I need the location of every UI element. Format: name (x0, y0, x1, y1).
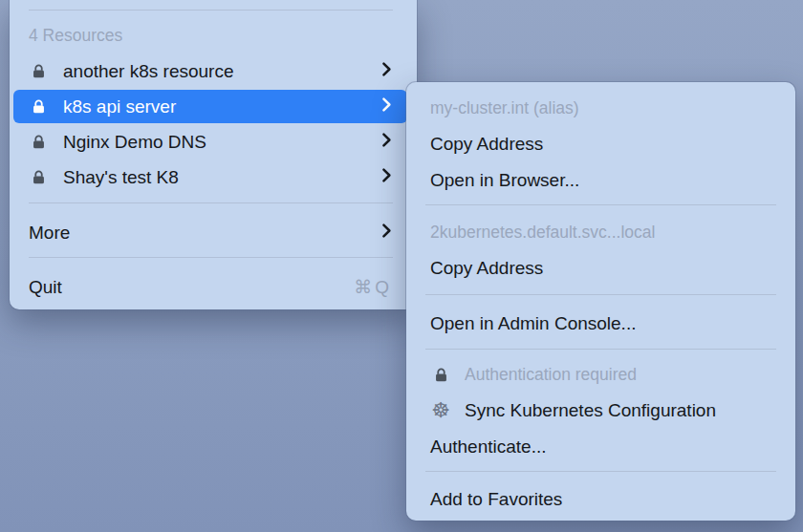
menu-item-another-k8s-resource[interactable]: another k8s resource (10, 53, 417, 89)
chevron-right-icon (381, 61, 392, 82)
menu-item-open-in-browser[interactable]: Open in Browser... (406, 162, 795, 199)
menu-item-label: Quit (29, 277, 62, 298)
menu-item-label: Copy Address (430, 258, 543, 279)
menu-item-label: Copy Address (430, 134, 543, 155)
quit-keyboard-shortcut: ⌘Q (354, 276, 392, 298)
resource-submenu: my-cluster.int (alias) Copy Address Open… (406, 82, 795, 521)
menu-item-label: Add to Favorites (430, 489, 562, 510)
menu-separator (425, 204, 776, 205)
menu-item-label: another k8s resource (63, 61, 234, 82)
authentication-required-status: Authentication required (406, 356, 795, 393)
main-menu: 4 Resources another k8s resource k8s api… (10, 0, 417, 309)
menu-item-open-in-admin-console[interactable]: Open in Admin Console... (406, 306, 795, 342)
menu-separator (425, 349, 776, 350)
menu-item-quit[interactable]: Quit ⌘Q (10, 269, 417, 305)
menu-separator (425, 294, 776, 295)
lock-icon (29, 63, 48, 79)
menu-item-nginx-demo-dns[interactable]: Nginx Demo DNS (10, 124, 417, 160)
menu-item-label: Open in Admin Console... (430, 313, 636, 334)
menu-item-label: More (29, 223, 70, 244)
chevron-right-icon (381, 223, 392, 244)
menu-separator (29, 257, 393, 258)
resources-count-label: 4 Resources (29, 26, 122, 46)
menu-separator (29, 202, 393, 203)
address-header: 2kubernetes.default.svc...local (406, 214, 795, 250)
kubernetes-icon: ☸ (430, 400, 451, 421)
chevron-right-icon (381, 132, 392, 153)
address-header-label: 2kubernetes.default.svc...local (430, 223, 655, 243)
menu-separator (29, 10, 393, 11)
resources-section-header: 4 Resources (10, 18, 417, 53)
chevron-right-icon (381, 167, 392, 188)
lock-icon (29, 169, 48, 185)
menu-item-label: Nginx Demo DNS (63, 132, 206, 153)
menu-item-copy-address[interactable]: Copy Address (406, 250, 795, 287)
menu-item-label: Open in Browser... (430, 170, 579, 191)
menu-item-authenticate[interactable]: Authenticate... (406, 429, 795, 465)
lock-icon (29, 98, 48, 115)
lock-icon (430, 367, 451, 383)
menu-item-sync-kubernetes-configuration[interactable]: ☸ Sync Kubernetes Configuration (406, 393, 795, 429)
alias-header: my-cluster.int (alias) (406, 90, 795, 126)
menu-item-k8s-api-server[interactable]: k8s api server (13, 90, 407, 123)
menu-item-label: Sync Kubernetes Configuration (465, 400, 716, 421)
lock-icon (29, 134, 48, 150)
menu-separator (425, 471, 776, 472)
menu-item-label: Authenticate... (430, 436, 546, 458)
menu-item-add-to-favorites[interactable]: Add to Favorites (406, 481, 795, 518)
menu-item-label: k8s api server (63, 96, 176, 117)
menu-item-more[interactable]: More (10, 215, 417, 250)
menu-item-label: Shay's test K8 (63, 167, 179, 188)
authentication-required-label: Authentication required (465, 365, 637, 385)
chevron-right-icon (381, 96, 392, 117)
menu-item-copy-address-alias[interactable]: Copy Address (406, 126, 795, 162)
alias-header-label: my-cluster.int (alias) (430, 98, 579, 118)
menu-item-shays-test-k8[interactable]: Shay's test K8 (10, 160, 417, 195)
